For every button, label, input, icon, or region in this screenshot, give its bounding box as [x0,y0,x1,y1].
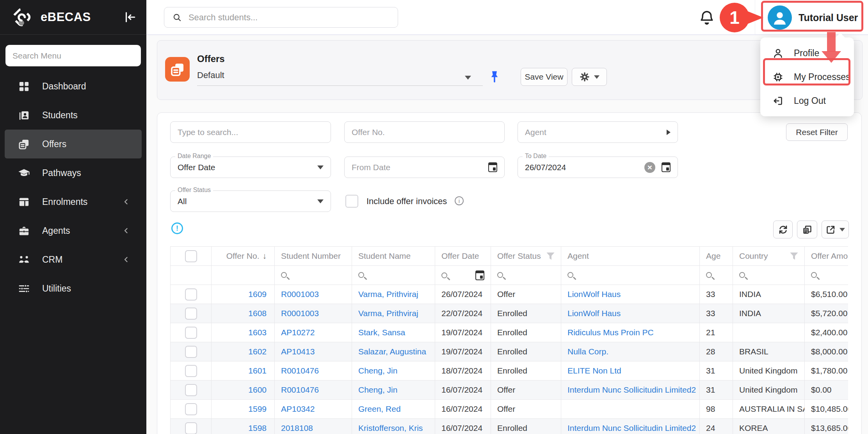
student-name-link[interactable]: Cheng, Jin [358,385,397,394]
sidebar-item-crm[interactable]: CRM [5,245,142,274]
grid-info-icon[interactable]: ! [171,222,183,234]
sidebar-item-students[interactable]: Students [5,101,142,130]
offer-no-link[interactable]: 1602 [248,347,267,356]
sidebar-item-enrolments[interactable]: Enrolments [5,187,142,216]
select-all-checkbox[interactable] [185,250,197,262]
offer-no-field[interactable] [344,121,505,143]
filter-cell-country[interactable] [733,266,805,285]
student-number-link[interactable]: R0001003 [281,290,319,299]
column-header-age[interactable]: Age [700,247,733,266]
save-view-button[interactable]: Save View [521,68,567,86]
column-header-offer-amount[interactable]: Offer Amount [805,247,848,266]
student-name-link[interactable]: Cheng, Jin [358,366,397,375]
from-date-field[interactable] [344,157,505,178]
agent-link[interactable]: LionWolf Haus [567,290,621,299]
row-checkbox[interactable] [185,327,197,339]
to-date-field[interactable]: To Date 26/07/2024 × [518,157,678,178]
student-name-link[interactable]: Salazar, Augustina [358,347,426,356]
filter-funnel-icon[interactable] [790,253,798,260]
calendar-icon[interactable] [662,162,671,172]
student-number-link[interactable]: AP10272 [281,328,315,337]
view-select[interactable]: Default [197,70,483,86]
sidebar-item-utilities[interactable]: Utilities [5,274,142,303]
offer-no-link[interactable]: 1599 [248,404,267,413]
filter-funnel-icon[interactable] [546,253,555,260]
student-number-link[interactable]: AP10413 [281,347,315,356]
agent-link[interactable]: Interdum Nunc Sollicitudin Limited2 [567,385,696,394]
column-header-student-number[interactable]: Student Number [275,247,352,266]
settings-button[interactable] [572,68,607,86]
row-checkbox[interactable] [185,365,197,377]
student-name-link[interactable]: Stark, Sansa [358,328,405,337]
menu-item-log-out[interactable]: Log Out [760,89,854,113]
quick-search-field[interactable] [170,121,331,143]
filter-cell-offer-no[interactable] [212,266,275,285]
sidebar-item-agents[interactable]: Agents [5,216,142,245]
student-number-link[interactable]: AP10342 [281,404,315,413]
filter-cell-age[interactable] [700,266,733,285]
student-name-link[interactable]: Varma, Prithviraj [358,290,418,299]
student-search[interactable] [164,7,398,28]
from-date-input[interactable] [352,163,488,172]
sidebar-item-dashboard[interactable]: Dashboard [5,72,142,101]
export-button[interactable] [822,221,849,238]
row-checkbox[interactable] [185,403,197,415]
student-number-link[interactable]: 2018108 [281,423,313,432]
offer-no-link[interactable]: 1609 [248,290,267,299]
offer-no-input[interactable] [352,128,497,137]
column-header-student-name[interactable]: Student Name [352,247,435,266]
column-header-offer-date[interactable]: Offer Date [435,247,491,266]
filter-cell-agent[interactable] [561,266,700,285]
sidebar-item-offers[interactable]: Offers [5,130,142,158]
quick-search-input[interactable] [178,128,324,137]
calendar-icon[interactable] [475,270,484,280]
filter-cell-offer-status[interactable] [491,266,561,285]
filter-cell-offer-date[interactable] [435,266,491,285]
agent-filter-field[interactable]: Agent [518,121,678,143]
sidebar-search[interactable] [5,45,141,66]
row-checkbox[interactable] [185,384,197,396]
student-name-link[interactable]: Varma, Prithviraj [358,309,418,318]
calendar-icon[interactable] [488,162,497,172]
column-header-agent[interactable]: Agent [561,247,700,266]
student-number-link[interactable]: R0001003 [281,309,319,318]
column-header-offer-no[interactable]: Offer No.↓ [212,247,275,266]
student-name-link[interactable]: Kristofferson, Kris [358,423,423,432]
agent-link[interactable]: LionWolf Haus [567,309,621,318]
clear-date-icon[interactable]: × [644,162,655,173]
pin-view-icon[interactable] [487,69,502,84]
agent-link[interactable]: Ridiculus Mus Proin PC [567,328,654,337]
row-checkbox[interactable] [185,346,197,358]
offer-no-link[interactable]: 1608 [248,309,267,318]
offer-no-link[interactable]: 1603 [248,328,267,337]
notifications-bell-icon[interactable] [698,9,716,27]
filter-cell-offer-amount[interactable] [805,266,848,285]
student-name-link[interactable]: Green, Red [358,404,401,413]
sidebar-collapse-icon[interactable] [123,11,136,24]
age-cell: 33 [700,304,733,323]
refresh-button[interactable] [773,221,793,238]
filter-cell-student-name[interactable] [352,266,435,285]
column-header-offer-status[interactable]: Offer Status [491,247,561,266]
offer-no-link[interactable]: 1600 [248,385,267,394]
filter-cell-student-number[interactable] [275,266,352,285]
student-number-link[interactable]: R0010476 [281,385,319,394]
copy-grid-button[interactable] [797,221,817,238]
agent-link[interactable]: Nulla Corp. [567,347,608,356]
offer-no-link[interactable]: 1601 [248,366,267,375]
row-checkbox[interactable] [185,422,197,434]
student-search-input[interactable] [189,12,390,23]
sidebar-search-input[interactable] [12,51,134,60]
offer-no-link[interactable]: 1598 [248,423,267,432]
date-range-select[interactable]: Date Range Offer Date [170,157,331,178]
row-checkbox[interactable] [185,308,197,320]
reset-filter-button[interactable]: Reset Filter [786,123,848,141]
agent-link[interactable]: Interdum Nunc Sollicitudin Limited2 [567,423,696,432]
student-number-link[interactable]: R0010476 [281,366,319,375]
row-checkbox[interactable] [185,288,197,301]
sidebar-item-pathways[interactable]: Pathways [5,158,142,187]
agent-link[interactable]: ELITE Non Ltd [567,366,621,375]
include-invoices-checkbox[interactable] [345,195,358,208]
column-header-country[interactable]: Country [733,247,805,266]
offer-status-select[interactable]: Offer Status All [170,190,331,212]
